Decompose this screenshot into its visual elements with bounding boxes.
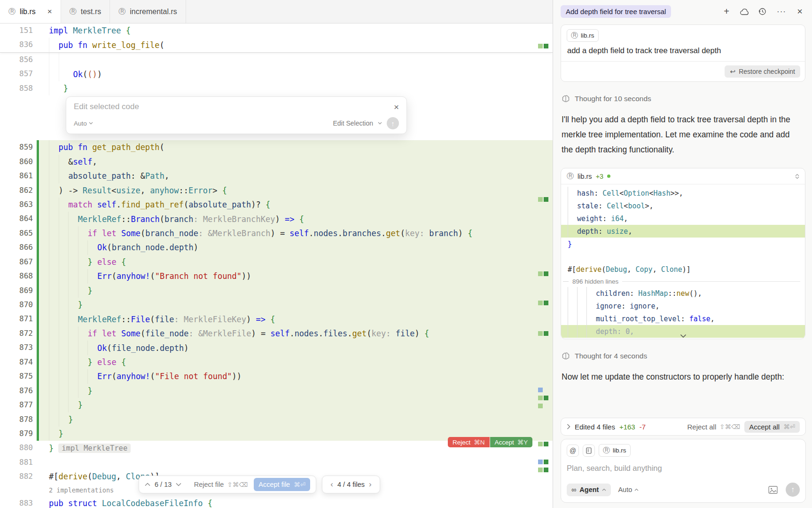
code-line-870[interactable]: 870} <box>0 298 553 312</box>
code-line-883[interactable]: 883pub struct LocalCodebaseFileInfo { <box>0 496 553 508</box>
code-token: Cell <box>602 189 619 198</box>
more-options-icon[interactable]: ··· <box>777 7 786 16</box>
thread-title[interactable]: Add depth field for tree traversal <box>561 5 671 18</box>
code-line-151[interactable]: 151impl MerkleTree { <box>0 24 553 38</box>
edit-selection-button[interactable]: Edit Selection <box>333 119 373 127</box>
change-marker[interactable] <box>538 468 543 472</box>
code-line-863[interactable]: 863match self.find_path_ref(absolute_pat… <box>0 198 553 212</box>
chevron-right-icon[interactable] <box>567 424 570 429</box>
change-marker[interactable] <box>544 271 548 276</box>
attach-image-icon[interactable] <box>768 486 778 494</box>
new-thread-button[interactable]: + <box>722 6 731 17</box>
code-line-862[interactable]: 862) -> Result<usize, anyhow::Error> { <box>0 183 553 198</box>
change-marker[interactable] <box>538 442 543 446</box>
chevron-up-icon[interactable] <box>145 483 150 486</box>
change-marker[interactable] <box>544 197 548 202</box>
code-line-874[interactable]: 874} else { <box>0 355 553 369</box>
code-line-869[interactable]: 869} <box>0 284 553 298</box>
code-line-864[interactable]: 864MerkleRef::Branch(branch: MerkleBranc… <box>0 212 553 226</box>
change-marker[interactable] <box>544 44 548 48</box>
code-line-876[interactable]: 876} <box>0 384 553 398</box>
reject-file-button[interactable]: Reject file ⇧⌘⌫ <box>194 481 248 488</box>
accept-all-button[interactable]: Accept all ⌘⏎ <box>744 421 800 433</box>
tab-incremental.rs[interactable]: Ⓡincremental.rs <box>110 0 186 23</box>
close-panel-icon[interactable]: × <box>795 6 804 17</box>
code-line-859[interactable]: 859pub fn get_path_depth( <box>0 140 553 154</box>
chevron-down-icon[interactable] <box>378 122 382 125</box>
file-context-chip[interactable]: Ⓡ lib.rs <box>567 29 599 42</box>
code-line-872[interactable]: 872if let Some(file_node: &MerkleFile) =… <box>0 326 553 341</box>
change-marker[interactable] <box>538 331 543 336</box>
code-line-860[interactable]: 860&self, <box>0 155 553 169</box>
code-line-868[interactable]: 868Err(anyhow!("Branch not found")) <box>0 269 553 283</box>
code-line-865[interactable]: 865if let Some(branch_node: &MerkleBranc… <box>0 226 553 240</box>
inline-assist-popup[interactable]: Edit selected code × Auto Edit Selection… <box>66 96 407 134</box>
change-marker[interactable] <box>538 404 543 408</box>
chevron-down-icon[interactable] <box>176 483 181 486</box>
assist-send-button[interactable]: ↑ <box>387 117 399 129</box>
restore-checkpoint-button[interactable]: ↩ Restore checkpoint <box>725 65 800 78</box>
file-context-chip[interactable]: Ⓡ lib.rs <box>599 444 631 457</box>
assist-model-select[interactable]: Auto <box>74 120 93 127</box>
thought-row[interactable]: Thought for 4 seconds <box>562 352 804 360</box>
change-marker[interactable] <box>538 197 543 202</box>
thought-row[interactable]: Thought for 10 seconds <box>562 95 804 103</box>
next-file-button[interactable]: › <box>369 480 372 489</box>
change-marker[interactable] <box>544 396 548 400</box>
scroll-more-icon[interactable] <box>680 334 687 338</box>
send-button[interactable]: ↑ <box>786 483 800 497</box>
change-marker[interactable] <box>544 442 548 446</box>
model-select[interactable]: Auto <box>618 486 639 493</box>
code-line-875[interactable]: 875Err(anyhow!("File not found")) <box>0 369 553 383</box>
cloud-icon[interactable] <box>740 8 750 15</box>
change-marker[interactable] <box>538 271 543 276</box>
code-line-861[interactable]: 861absolute_path: &Path, <box>0 169 553 183</box>
change-marker[interactable] <box>538 301 543 305</box>
user-message-card[interactable]: Ⓡ lib.rs add a depth field to track tree… <box>561 24 805 82</box>
code-line-873[interactable]: 873Ok(file_node.depth) <box>0 341 553 355</box>
change-marker[interactable] <box>544 331 548 336</box>
reject-all-button[interactable]: Reject all ⇧⌘⌫ <box>687 423 741 431</box>
code-line-877[interactable]: 877} <box>0 398 553 412</box>
accept-file-button[interactable]: Accept file ⌘⏎ <box>254 478 310 491</box>
hidden-lines-divider[interactable]: 896 hidden lines <box>561 276 805 287</box>
message-input[interactable]: Plan, search, build anything <box>567 464 800 473</box>
code-text: } else { <box>49 255 126 269</box>
code-line-858[interactable]: 858 } <box>0 81 553 95</box>
change-marker[interactable] <box>544 301 548 305</box>
history-icon[interactable] <box>758 8 768 16</box>
tab-test.rs[interactable]: Ⓡtest.rs <box>61 0 110 23</box>
tab-lib.rs[interactable]: Ⓡlib.rs× <box>0 0 61 23</box>
code-line-856[interactable]: 856 <box>0 53 553 67</box>
rules-icon[interactable] <box>583 444 595 457</box>
close-tab-icon[interactable]: × <box>47 8 52 16</box>
assist-input[interactable]: Edit selected code <box>74 102 139 111</box>
change-marker[interactable] <box>544 460 548 464</box>
message-input-card[interactable]: @ Ⓡ lib.rs Plan, search, build anything … <box>561 439 806 503</box>
change-marker[interactable] <box>544 468 548 472</box>
code-line-867[interactable]: 867} else { <box>0 255 553 269</box>
reject-hunk-button[interactable]: Reject ⌘N <box>448 437 490 447</box>
code-line-871[interactable]: 871MerkleRef::File(file: MerkleFileKey) … <box>0 312 553 326</box>
mention-button[interactable]: @ <box>567 444 579 457</box>
change-marker[interactable] <box>538 44 543 48</box>
close-icon[interactable]: × <box>394 103 399 111</box>
code-line-866[interactable]: 866Ok(branch_node.depth) <box>0 240 553 254</box>
code-line-857[interactable]: 857 Ok(()) <box>0 67 553 81</box>
code-line-836[interactable]: 836pub fn write_log_file( <box>0 38 553 52</box>
edited-files-label[interactable]: Edited 4 files <box>575 423 615 431</box>
code-token: . <box>381 229 386 238</box>
change-marker[interactable] <box>538 388 543 392</box>
code-line-881[interactable]: 881 <box>0 455 553 469</box>
expand-icon[interactable] <box>795 174 799 179</box>
scrollbar-change-markers[interactable] <box>538 0 549 508</box>
diff-preview-card[interactable]: Ⓡ lib.rs +3 hash: Cell<Option<Hash>>,sta… <box>561 168 805 339</box>
change-marker[interactable] <box>538 460 543 464</box>
code-editor[interactable]: Ⓡlib.rs×Ⓡtest.rsⓇincremental.rs 151impl … <box>0 0 553 508</box>
accept-hunk-button[interactable]: Accept ⌘Y <box>490 437 533 447</box>
code-line-878[interactable]: 878} <box>0 413 553 427</box>
change-marker[interactable] <box>538 396 543 400</box>
hidden-lines-label[interactable]: 896 hidden lines <box>572 278 618 285</box>
prev-file-button[interactable]: ‹ <box>330 480 333 489</box>
agent-mode-select[interactable]: ∞ Agent <box>567 484 611 496</box>
